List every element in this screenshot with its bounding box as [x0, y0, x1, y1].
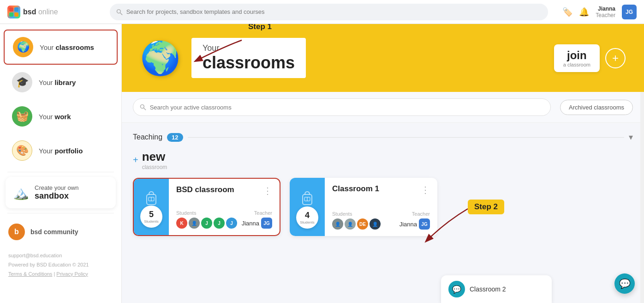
portfolio-icon: 🎨	[12, 140, 32, 161]
teaching-collapse-icon[interactable]: ▾	[629, 132, 633, 142]
student-avatar: J	[201, 218, 212, 229]
terms-link[interactable]: Terms & Conditions	[8, 271, 52, 277]
community-label: bsd community	[30, 228, 78, 236]
work-icon: 🧺	[12, 106, 32, 127]
classrooms-list: Teaching 12 ▾ + new classroom	[122, 123, 644, 303]
card-name-bsd: BSD classroom	[176, 185, 234, 194]
banner-title-box: Your classrooms	[191, 38, 306, 78]
sidebar-item-work[interactable]: 🧺 Your work	[4, 100, 118, 133]
topbar: bsd online 🏷️ 🔔 Jianna Teacher JG	[0, 0, 644, 24]
student-avatars-bsd: K 👤 J J J	[176, 218, 237, 229]
classrooms-banner: 🌍 Your classrooms join a classroom + Ste…	[122, 24, 644, 92]
card-top-bsd: BSD classroom ⋮	[176, 185, 272, 196]
new-classroom-button[interactable]: + new classroom	[133, 150, 633, 170]
sidebar-divider-1	[7, 172, 114, 172]
student-count-circle-bsd: 5 Students	[140, 206, 162, 228]
sidebar-work-label: Your work	[39, 113, 71, 121]
student-avatar: 👤	[189, 218, 200, 229]
classroom-card-1[interactable]: 4 Students Classroom 1 ⋮ Studen	[290, 178, 437, 236]
sidebar-item-library[interactable]: 🎓 Your library	[4, 66, 118, 99]
content-wrapper: 🌍 Your classrooms join a classroom + Ste…	[122, 24, 644, 303]
step2-callout: Step 2	[468, 200, 504, 214]
student-avatar: 👤	[332, 218, 343, 230]
user-info: Jianna Teacher	[596, 6, 615, 18]
classroom-search-input[interactable]	[150, 104, 544, 111]
sandbox-card[interactable]: 🏔️ Create your own sandbox	[6, 177, 116, 208]
sidebar-item-classrooms[interactable]: 🌍 Your classrooms	[4, 30, 118, 65]
banner-globe-icon: 🌍	[140, 39, 180, 77]
svg-line-7	[143, 108, 145, 109]
user-name: Jianna	[598, 6, 615, 12]
app-name: bsd online	[23, 8, 58, 16]
students-section-bsd: Students K 👤 J J J	[176, 210, 237, 229]
global-search-bar[interactable]	[110, 4, 548, 20]
svg-line-5	[120, 12, 122, 14]
card-bottom-bsd: Students K 👤 J J J	[176, 210, 272, 229]
logo-icon	[7, 6, 20, 18]
sidebar-item-portfolio[interactable]: 🎨 Your portfolio	[4, 134, 118, 167]
step1-callout: Step 1	[242, 24, 278, 34]
search-icon	[116, 9, 123, 15]
sidebar-footer: support@bsd.education Powered by BSD Edu…	[0, 246, 121, 284]
classroom-search-bar[interactable]	[133, 98, 551, 116]
teaching-label: Teaching	[133, 133, 162, 141]
community-icon: b	[8, 224, 25, 240]
classrooms-grid: 5 Students BSD classroom ⋮ Stud	[133, 178, 633, 236]
card-menu-1[interactable]: ⋮	[421, 184, 430, 195]
logo-area: bsd online	[7, 6, 104, 18]
student-count-circle-1: 4 Students	[296, 206, 318, 229]
main-layout: 🌍 Your classrooms 🎓 Your library 🧺 Your …	[0, 24, 644, 303]
new-classroom-text: new classroom	[142, 150, 167, 170]
global-search-input[interactable]	[126, 8, 542, 15]
new-plus-icon: +	[133, 155, 138, 165]
content-area: 🌍 Your classrooms join a classroom + Ste…	[122, 24, 644, 303]
privacy-link[interactable]: Privacy Policy	[56, 271, 88, 277]
student-avatar: J	[226, 218, 237, 229]
students-section-1: Students 👤 👤 DE 👤	[332, 211, 381, 230]
card-content-bsd: BSD classroom ⋮ Students K 👤 J	[169, 179, 280, 235]
tag-icon[interactable]: 🏷️	[562, 7, 572, 17]
card-menu-bsd[interactable]: ⋮	[263, 185, 272, 196]
classroom-search-icon	[140, 104, 146, 110]
svg-rect-1	[14, 7, 18, 12]
archived-classrooms-button[interactable]: Archived classrooms	[560, 100, 633, 115]
sidebar-divider-2	[7, 213, 114, 213]
topbar-right: 🏷️ 🔔 Jianna Teacher JG	[554, 5, 637, 19]
classroom-card-bsd[interactable]: 5 Students BSD classroom ⋮ Stud	[133, 178, 280, 236]
student-avatar: K	[176, 218, 187, 229]
powered-by: Powered by BSD Education © 2021	[8, 261, 113, 270]
support-email: support@bsd.education	[8, 251, 113, 261]
user-avatar[interactable]: JG	[622, 5, 637, 19]
sidebar-classrooms-label: Your classrooms	[40, 43, 94, 51]
student-avatar: J	[214, 218, 225, 229]
community-item[interactable]: b bsd community	[0, 218, 121, 246]
teaching-header: Teaching 12 ▾	[133, 132, 633, 142]
teacher-section-1: Teacher Jianna JG	[400, 211, 430, 230]
sidebar-library-label: Your library	[39, 79, 76, 86]
student-avatar: 👤	[370, 218, 381, 230]
classroom2-peek[interactable]: 💬 Classroom 2	[441, 275, 552, 303]
notification-bell-icon[interactable]: 🔔	[579, 7, 589, 17]
teacher-avatar-bsd: JG	[261, 218, 272, 229]
teacher-name-area-1: Jianna JG	[400, 218, 430, 230]
card-blue-bar-1: 4 Students	[290, 178, 325, 236]
svg-rect-2	[9, 12, 13, 17]
banner-actions: join a classroom +	[554, 44, 626, 72]
card-content-1: Classroom 1 ⋮ Students 👤 👤 DE	[325, 178, 437, 236]
sandbox-icon: 🏔️	[13, 185, 29, 200]
banner-title-bold: classrooms	[203, 53, 295, 73]
chat-bubble-button[interactable]: 💬	[614, 273, 635, 294]
teacher-name-area-bsd: Jianna JG	[242, 218, 272, 229]
library-icon: 🎓	[12, 72, 32, 92]
student-avatar: 👤	[345, 218, 356, 230]
card-bottom-1: Students 👤 👤 DE 👤 Teacher	[332, 211, 430, 230]
student-avatars-1: 👤 👤 DE 👤	[332, 218, 381, 230]
user-role: Teacher	[596, 12, 615, 18]
card-top-1: Classroom 1 ⋮	[332, 184, 430, 195]
join-classroom-button[interactable]: join a classroom	[554, 44, 600, 72]
classroom-search-section: Archived classrooms	[122, 92, 644, 123]
classroom2-icon: 💬	[448, 281, 465, 297]
banner-title-pre: Your	[203, 43, 295, 53]
add-classroom-button[interactable]: +	[605, 48, 626, 68]
sandbox-text: Create your own sandbox	[35, 184, 78, 201]
